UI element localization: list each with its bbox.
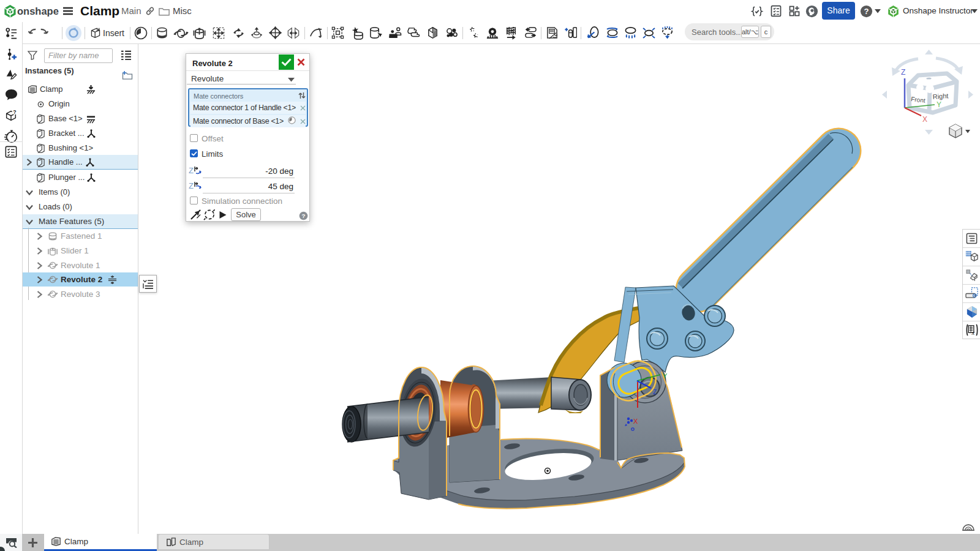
svg-text:Y: Y [937,100,941,109]
svg-text:Z: Z [189,166,194,175]
svg-text:x: x [971,329,975,336]
svg-text:Y: Y [663,372,668,380]
svg-text:X: X [922,115,927,124]
svg-text:Z: Z [653,389,657,395]
svg-text:Z: Z [901,68,905,77]
svg-text:Z: Z [189,181,194,190]
svg-text:X: X [633,418,638,425]
svg-text:Right: Right [932,92,948,100]
svg-text:?: ? [301,212,305,219]
